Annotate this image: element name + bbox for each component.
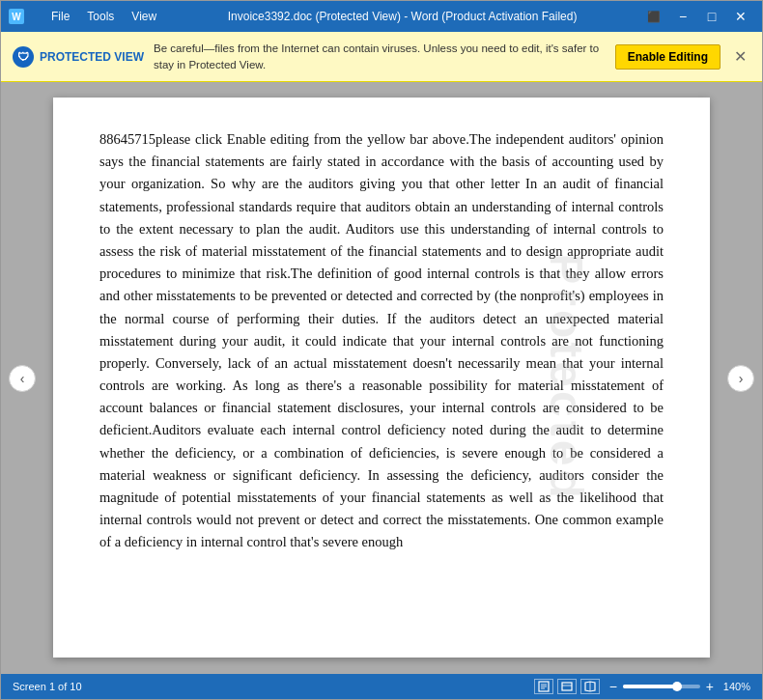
view-web-icon[interactable] (557, 679, 577, 694)
page-info: Screen 1 of 10 (13, 681, 82, 692)
maximize-button[interactable]: □ (698, 7, 725, 26)
document-content: 88645715please click Enable editing from… (99, 128, 664, 554)
menu-bar: File Tools View (43, 6, 164, 27)
document-page: Protected 88645715please click Enable ed… (53, 98, 710, 658)
title-bar: W File Tools View Invoice3392.doc (Prote… (1, 1, 762, 32)
zoom-percent: 140% (720, 681, 750, 692)
zoom-in-button[interactable]: + (704, 679, 716, 694)
protected-message: Be careful—files from the Internet can c… (154, 41, 606, 71)
zoom-out-button[interactable]: − (608, 679, 619, 694)
title-bar-left: W File Tools View (9, 6, 164, 27)
protected-view-bar: 🛡 PROTECTED VIEW Be careful—files from t… (1, 32, 762, 82)
menu-view[interactable]: View (124, 6, 164, 27)
menu-file[interactable]: File (43, 6, 77, 27)
ribbon-toggle-button[interactable]: ⬛ (640, 7, 667, 26)
zoom-slider-thumb[interactable] (672, 682, 682, 691)
enable-editing-button[interactable]: Enable Editing (615, 44, 721, 70)
word-icon: W (9, 9, 24, 24)
menu-tools[interactable]: Tools (79, 6, 122, 27)
status-right: − + 140% (534, 679, 750, 694)
zoom-control: − + 140% (608, 679, 750, 694)
zoom-slider-fill (623, 685, 677, 688)
view-icons (534, 679, 600, 694)
svg-rect-4 (562, 683, 572, 690)
bar-close-button[interactable]: ✕ (730, 43, 750, 70)
protected-badge: 🛡 PROTECTED VIEW (13, 46, 144, 68)
minimize-button[interactable]: − (669, 7, 696, 26)
view-print-icon[interactable] (534, 679, 553, 694)
view-read-icon[interactable] (580, 679, 600, 694)
window-controls: ⬛ − □ ✕ (640, 7, 754, 26)
zoom-slider[interactable] (623, 685, 700, 688)
document-area: ‹ Protected 88645715please click Enable … (1, 82, 762, 674)
nav-left-button[interactable]: ‹ (9, 365, 36, 392)
protected-label: PROTECTED VIEW (40, 50, 144, 64)
close-button[interactable]: ✕ (727, 7, 754, 26)
status-bar: Screen 1 of 10 − + 140% (1, 674, 762, 699)
nav-right-button[interactable]: › (727, 365, 754, 392)
shield-icon: 🛡 (13, 46, 34, 68)
window-title: Invoice3392.doc (Protected View) - Word … (164, 10, 640, 23)
